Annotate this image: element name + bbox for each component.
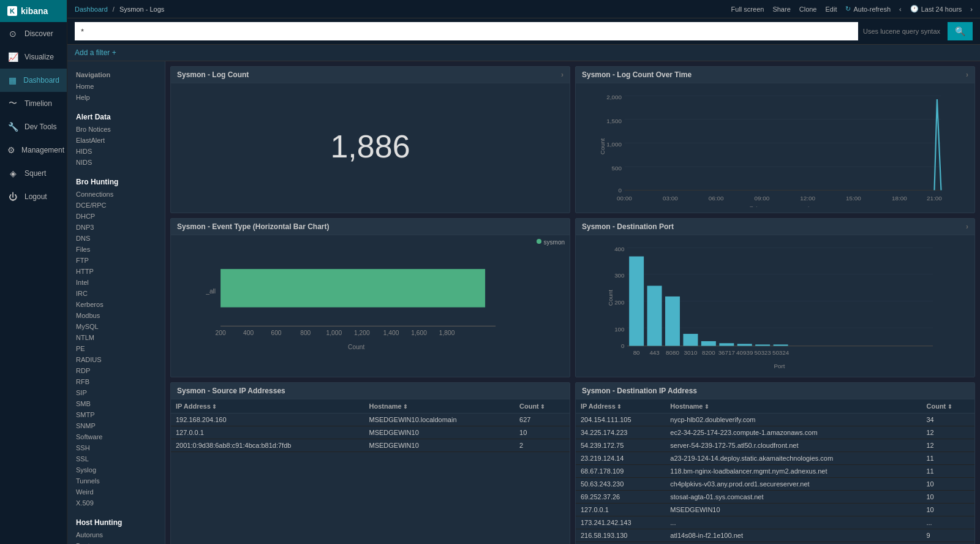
nav-http[interactable]: HTTP	[67, 266, 165, 277]
cell-count: 2	[514, 439, 570, 452]
search-button[interactable]: 🔍	[948, 22, 973, 40]
nav-dcerpc[interactable]: DCE/RPC	[67, 200, 165, 211]
nav-dnp3[interactable]: DNP3	[67, 222, 165, 233]
nav-files[interactable]: Files	[67, 244, 165, 255]
edit-button[interactable]: Edit	[826, 6, 837, 13]
cell-dest-ip: 68.67.178.109	[576, 465, 665, 478]
sidebar-item-dashboard[interactable]: ▦ Dashboard	[0, 69, 67, 92]
table-row: 127.0.0.1MSEDGEWIN1010	[171, 426, 570, 439]
sidebar-item-logout[interactable]: ⏻ Logout	[0, 185, 67, 208]
col-dest-count[interactable]: Count	[922, 399, 975, 414]
nav-nids[interactable]: NIDS	[67, 157, 165, 168]
sidebar-item-discover[interactable]: ⊙ Discover	[0, 22, 67, 45]
nav-home[interactable]: Home	[67, 81, 165, 92]
cell-dest-count: 34	[922, 414, 975, 426]
svg-text:8200: 8200	[702, 349, 715, 356]
visualize-icon: 📈	[7, 51, 18, 62]
share-button[interactable]: Share	[772, 6, 790, 13]
nav-rfb[interactable]: RFB	[67, 376, 165, 387]
nav-sip[interactable]: SIP	[67, 387, 165, 398]
nav-ftp[interactable]: FTP	[67, 255, 165, 266]
discover-icon: ⊙	[7, 28, 18, 39]
clone-button[interactable]: Clone	[799, 6, 817, 13]
svg-text:12:00: 12:00	[800, 195, 815, 202]
nav-syslog[interactable]: Syslog	[67, 464, 165, 475]
cell-dest-ip: 204.154.111.105	[576, 414, 665, 426]
col-dest-ip[interactable]: IP Address	[576, 399, 665, 414]
search-hint: Uses lucene query syntax	[863, 28, 940, 35]
nav-ssl[interactable]: SSL	[67, 453, 165, 464]
destination-ip-table: IP Address Hostname Count 204.154.111.10…	[576, 399, 974, 542]
breadcrumb-dashboard[interactable]: Dashboard	[75, 6, 108, 13]
nav-smtp[interactable]: SMTP	[67, 409, 165, 420]
nav-weird[interactable]: Weird	[67, 486, 165, 497]
sidebar-item-devtools[interactable]: 🔧 Dev Tools	[0, 115, 67, 138]
time-prev-button[interactable]: ‹	[899, 6, 902, 13]
col-ip-address[interactable]: IP Address	[171, 399, 364, 414]
nav-ssh[interactable]: SSH	[67, 442, 165, 453]
nav-smb[interactable]: SMB	[67, 398, 165, 409]
svg-rect-44	[647, 285, 662, 346]
nav-rdp[interactable]: RDP	[67, 365, 165, 376]
nav-irc[interactable]: IRC	[67, 288, 165, 299]
sidebar-item-management[interactable]: ⚙ Management	[0, 138, 67, 162]
nav-dhcp[interactable]: DHCP	[67, 211, 165, 222]
auto-refresh-toggle[interactable]: ↻ Auto-refresh	[845, 5, 891, 13]
cell-dest-ip: 54.239.172.75	[576, 439, 665, 452]
nav-kerberos[interactable]: Kerberos	[67, 299, 165, 310]
cell-dest-hostname: ec2-34-225-174-223.compute-1.amazonaws.c…	[665, 426, 921, 439]
table-row: 127.0.0.1MSEDGEWIN1010	[576, 504, 974, 516]
col-dest-hostname[interactable]: Hostname	[665, 399, 921, 414]
nav-mysql[interactable]: MySQL	[67, 321, 165, 332]
svg-text:1,400: 1,400	[383, 330, 399, 336]
col-hostname[interactable]: Hostname	[364, 399, 515, 414]
nav-radius[interactable]: RADIUS	[67, 354, 165, 365]
kibana-logo[interactable]: K kibana	[0, 0, 67, 22]
panel-expand-icon[interactable]: ›	[966, 70, 968, 79]
cell-dest-count: 12	[922, 439, 975, 452]
sidebar-label-devtools: Dev Tools	[24, 123, 56, 131]
nav-snmp[interactable]: SNMP	[67, 420, 165, 431]
nav-hids[interactable]: HIDS	[67, 146, 165, 157]
search-input[interactable]	[75, 22, 858, 40]
nav-tunnels[interactable]: Tunnels	[67, 475, 165, 486]
cell-hostname: MSEDGEWIN10.localdomain	[364, 414, 515, 426]
source-ip-table: IP Address Hostname Count 192.168.204.16…	[171, 399, 570, 452]
add-filter-button[interactable]: Add a filter +	[75, 48, 116, 57]
panel-source-ip-header: Sysmon - Source IP Addresses	[171, 383, 570, 399]
table-row: 204.154.111.105nycp-hlb02.doubleverify.c…	[576, 414, 974, 426]
nav-elastalert[interactable]: ElastAlert	[67, 135, 165, 146]
svg-text:Count: Count	[348, 344, 364, 350]
svg-text:18:00: 18:00	[892, 195, 907, 202]
sidebar-item-visualize[interactable]: 📈 Visualize	[0, 45, 67, 69]
nav-modbus[interactable]: Modbus	[67, 310, 165, 321]
sidebar-item-timelion[interactable]: 〜 Timelion	[0, 92, 67, 115]
time-next-button[interactable]: ›	[970, 6, 973, 13]
squert-icon: ◈	[7, 168, 18, 179]
nav-bro-notices[interactable]: Bro Notices	[67, 124, 165, 135]
nav-connections[interactable]: Connections	[67, 189, 165, 200]
panel-event-type-header: Sysmon - Event Type (Horizontal Bar Char…	[171, 219, 570, 235]
nav-pe[interactable]: PE	[67, 343, 165, 354]
panel-log-count: Sysmon - Log Count › 1,886	[170, 66, 570, 213]
nav-beats[interactable]: Beats	[67, 540, 165, 544]
fullscreen-button[interactable]: Full screen	[731, 6, 764, 13]
nav-dns[interactable]: DNS	[67, 233, 165, 244]
cell-dest-ip: 23.219.124.14	[576, 452, 665, 465]
panel-expand-icon2[interactable]: ›	[966, 222, 968, 231]
col-count[interactable]: Count	[514, 399, 570, 414]
nav-autoruns[interactable]: Autoruns	[67, 529, 165, 540]
nav-software[interactable]: Software	[67, 431, 165, 442]
time-range-display[interactable]: 🕐 Last 24 hours	[910, 5, 962, 13]
nav-intel[interactable]: Intel	[67, 277, 165, 288]
management-icon: ⚙	[7, 145, 15, 156]
nav-ntlm[interactable]: NTLM	[67, 332, 165, 343]
svg-text:15:00: 15:00	[846, 195, 861, 202]
nav-x509[interactable]: X.509	[67, 497, 165, 508]
cell-ip: 192.168.204.160	[171, 414, 364, 426]
svg-text:1,500: 1,500	[606, 118, 622, 124]
sidebar-item-squert[interactable]: ◈ Squert	[0, 162, 67, 185]
sidebar-label-visualize: Visualize	[24, 53, 54, 61]
search-bar: Uses lucene query syntax 🔍	[67, 18, 980, 45]
nav-help[interactable]: Help	[67, 92, 165, 103]
